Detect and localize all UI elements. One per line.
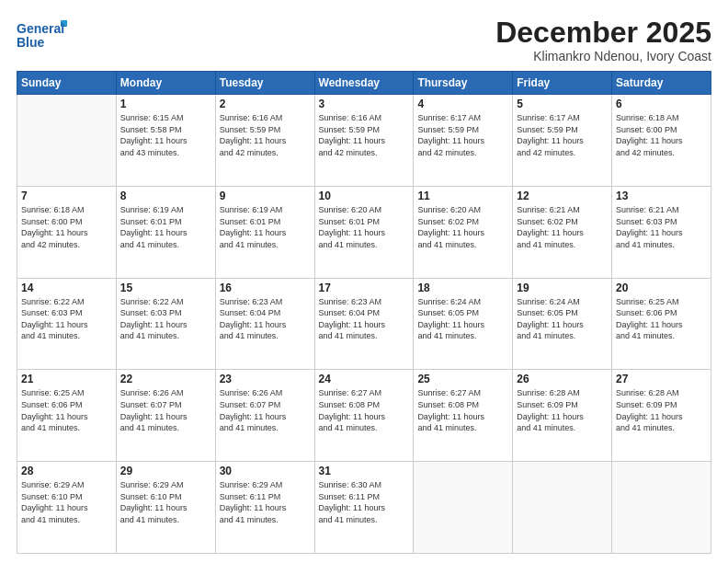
calendar-cell: 14Sunrise: 6:22 AMSunset: 6:03 PMDayligh… <box>17 278 117 370</box>
calendar-cell <box>513 462 612 554</box>
day-info: Sunrise: 6:27 AMSunset: 6:08 PMDaylight:… <box>319 387 410 433</box>
day-number: 12 <box>517 190 608 202</box>
day-info: Sunrise: 6:17 AMSunset: 5:59 PMDaylight:… <box>417 112 508 158</box>
calendar-cell: 12Sunrise: 6:21 AMSunset: 6:02 PMDayligh… <box>513 186 612 278</box>
header-day-sunday: Sunday <box>17 72 117 95</box>
day-info: Sunrise: 6:17 AMSunset: 5:59 PMDaylight:… <box>517 112 608 158</box>
calendar-cell: 10Sunrise: 6:20 AMSunset: 6:01 PMDayligh… <box>314 186 414 278</box>
header: General Blue December 2025 Klimankro Nde… <box>17 17 711 63</box>
calendar-cell: 3Sunrise: 6:16 AMSunset: 5:59 PMDaylight… <box>314 95 414 187</box>
day-number: 25 <box>417 373 508 385</box>
calendar-cell: 19Sunrise: 6:24 AMSunset: 6:05 PMDayligh… <box>513 278 612 370</box>
calendar-cell: 26Sunrise: 6:28 AMSunset: 6:09 PMDayligh… <box>513 370 612 462</box>
calendar-cell: 18Sunrise: 6:24 AMSunset: 6:05 PMDayligh… <box>414 278 513 370</box>
svg-text:Blue: Blue <box>17 35 45 50</box>
day-number: 22 <box>120 373 211 385</box>
day-number: 1 <box>120 98 211 110</box>
day-number: 30 <box>220 465 311 477</box>
calendar-cell: 1Sunrise: 6:15 AMSunset: 5:58 PMDaylight… <box>116 95 215 187</box>
calendar-cell: 31Sunrise: 6:30 AMSunset: 6:11 PMDayligh… <box>314 462 414 554</box>
week-row-2: 7Sunrise: 6:18 AMSunset: 6:00 PMDaylight… <box>17 186 711 278</box>
week-row-1: 1Sunrise: 6:15 AMSunset: 5:58 PMDaylight… <box>17 95 711 187</box>
calendar-cell: 2Sunrise: 6:16 AMSunset: 5:59 PMDaylight… <box>215 95 314 187</box>
day-info: Sunrise: 6:20 AMSunset: 6:02 PMDaylight:… <box>417 204 508 250</box>
day-number: 16 <box>220 282 311 294</box>
header-day-wednesday: Wednesday <box>314 72 414 95</box>
day-number: 8 <box>120 190 211 202</box>
day-info: Sunrise: 6:24 AMSunset: 6:05 PMDaylight:… <box>417 296 508 342</box>
day-number: 14 <box>21 282 112 294</box>
day-info: Sunrise: 6:20 AMSunset: 6:01 PMDaylight:… <box>319 204 410 250</box>
calendar-cell: 13Sunrise: 6:21 AMSunset: 6:03 PMDayligh… <box>612 186 711 278</box>
calendar-table: SundayMondayTuesdayWednesdayThursdayFrid… <box>17 71 711 554</box>
header-row: SundayMondayTuesdayWednesdayThursdayFrid… <box>17 72 711 95</box>
day-info: Sunrise: 6:28 AMSunset: 6:09 PMDaylight:… <box>616 387 707 433</box>
calendar-cell: 8Sunrise: 6:19 AMSunset: 6:01 PMDaylight… <box>116 186 215 278</box>
calendar-cell <box>414 462 513 554</box>
day-info: Sunrise: 6:15 AMSunset: 5:58 PMDaylight:… <box>120 112 211 158</box>
day-info: Sunrise: 6:22 AMSunset: 6:03 PMDaylight:… <box>21 296 112 342</box>
day-number: 23 <box>220 373 311 385</box>
day-number: 21 <box>21 373 112 385</box>
day-info: Sunrise: 6:29 AMSunset: 6:10 PMDaylight:… <box>21 479 112 525</box>
day-number: 31 <box>319 465 410 477</box>
day-info: Sunrise: 6:25 AMSunset: 6:06 PMDaylight:… <box>616 296 707 342</box>
day-info: Sunrise: 6:23 AMSunset: 6:04 PMDaylight:… <box>319 296 410 342</box>
day-number: 17 <box>319 282 410 294</box>
calendar-cell: 23Sunrise: 6:26 AMSunset: 6:07 PMDayligh… <box>215 370 314 462</box>
week-row-4: 21Sunrise: 6:25 AMSunset: 6:06 PMDayligh… <box>17 370 711 462</box>
calendar-cell: 15Sunrise: 6:22 AMSunset: 6:03 PMDayligh… <box>116 278 215 370</box>
header-day-saturday: Saturday <box>612 72 711 95</box>
header-day-thursday: Thursday <box>414 72 513 95</box>
calendar-cell: 21Sunrise: 6:25 AMSunset: 6:06 PMDayligh… <box>17 370 117 462</box>
day-number: 9 <box>220 190 311 202</box>
calendar-cell: 25Sunrise: 6:27 AMSunset: 6:08 PMDayligh… <box>414 370 513 462</box>
day-number: 5 <box>517 98 608 110</box>
day-info: Sunrise: 6:25 AMSunset: 6:06 PMDaylight:… <box>21 387 112 433</box>
logo: General Blue <box>17 17 67 53</box>
day-info: Sunrise: 6:29 AMSunset: 6:11 PMDaylight:… <box>220 479 311 525</box>
day-number: 10 <box>319 190 410 202</box>
day-number: 6 <box>616 98 707 110</box>
day-number: 24 <box>319 373 410 385</box>
header-day-friday: Friday <box>513 72 612 95</box>
calendar-cell <box>612 462 711 554</box>
calendar-cell: 29Sunrise: 6:29 AMSunset: 6:10 PMDayligh… <box>116 462 215 554</box>
day-info: Sunrise: 6:16 AMSunset: 5:59 PMDaylight:… <box>220 112 311 158</box>
day-number: 26 <box>517 373 608 385</box>
day-number: 18 <box>417 282 508 294</box>
day-info: Sunrise: 6:26 AMSunset: 6:07 PMDaylight:… <box>120 387 211 433</box>
day-number: 20 <box>616 282 707 294</box>
calendar-cell: 7Sunrise: 6:18 AMSunset: 6:00 PMDaylight… <box>17 186 117 278</box>
day-number: 3 <box>319 98 410 110</box>
day-info: Sunrise: 6:18 AMSunset: 6:00 PMDaylight:… <box>21 204 112 250</box>
day-info: Sunrise: 6:28 AMSunset: 6:09 PMDaylight:… <box>517 387 608 433</box>
day-number: 27 <box>616 373 707 385</box>
calendar-cell: 17Sunrise: 6:23 AMSunset: 6:04 PMDayligh… <box>314 278 414 370</box>
page: General Blue December 2025 Klimankro Nde… <box>0 0 728 563</box>
day-info: Sunrise: 6:24 AMSunset: 6:05 PMDaylight:… <box>517 296 608 342</box>
header-day-monday: Monday <box>116 72 215 95</box>
day-info: Sunrise: 6:19 AMSunset: 6:01 PMDaylight:… <box>120 204 211 250</box>
day-number: 13 <box>616 190 707 202</box>
day-info: Sunrise: 6:22 AMSunset: 6:03 PMDaylight:… <box>120 296 211 342</box>
day-info: Sunrise: 6:23 AMSunset: 6:04 PMDaylight:… <box>220 296 311 342</box>
day-number: 28 <box>21 465 112 477</box>
calendar-cell: 22Sunrise: 6:26 AMSunset: 6:07 PMDayligh… <box>116 370 215 462</box>
header-day-tuesday: Tuesday <box>215 72 314 95</box>
calendar-cell: 30Sunrise: 6:29 AMSunset: 6:11 PMDayligh… <box>215 462 314 554</box>
svg-text:General: General <box>17 21 64 36</box>
calendar-cell: 28Sunrise: 6:29 AMSunset: 6:10 PMDayligh… <box>17 462 117 554</box>
day-info: Sunrise: 6:21 AMSunset: 6:03 PMDaylight:… <box>616 204 707 250</box>
calendar-cell: 9Sunrise: 6:19 AMSunset: 6:01 PMDaylight… <box>215 186 314 278</box>
calendar-cell: 6Sunrise: 6:18 AMSunset: 6:00 PMDaylight… <box>612 95 711 187</box>
day-number: 15 <box>120 282 211 294</box>
calendar-cell: 20Sunrise: 6:25 AMSunset: 6:06 PMDayligh… <box>612 278 711 370</box>
calendar-subtitle: Klimankro Ndenou, Ivory Coast <box>495 49 711 63</box>
day-info: Sunrise: 6:16 AMSunset: 5:59 PMDaylight:… <box>319 112 410 158</box>
day-info: Sunrise: 6:29 AMSunset: 6:10 PMDaylight:… <box>120 479 211 525</box>
calendar-cell: 24Sunrise: 6:27 AMSunset: 6:08 PMDayligh… <box>314 370 414 462</box>
title-block: December 2025 Klimankro Ndenou, Ivory Co… <box>495 17 711 63</box>
calendar-cell: 27Sunrise: 6:28 AMSunset: 6:09 PMDayligh… <box>612 370 711 462</box>
day-info: Sunrise: 6:18 AMSunset: 6:00 PMDaylight:… <box>616 112 707 158</box>
